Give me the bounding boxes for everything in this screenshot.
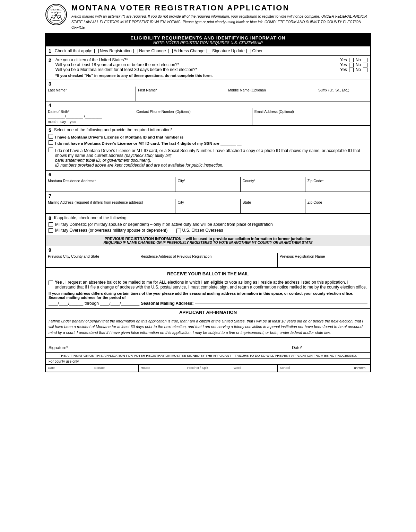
checkbox-s5-opt3[interactable]: [49, 148, 53, 152]
check-other[interactable]: Other: [246, 48, 262, 53]
first-name-cell: First Name*: [136, 87, 226, 101]
residence-value: [48, 184, 173, 188]
q2-text: Will you be at least 18 years of age on …: [55, 62, 179, 67]
prev-address-label: Residence Address of Previous Registrati…: [140, 254, 275, 258]
first-name-label: First Name*: [138, 88, 224, 92]
page-header: GREAT SEAL OF THE STATE OF MONTANA MONTA…: [45, 3, 371, 30]
county-ward-cell: Ward: [231, 365, 278, 372]
checkbox-q2-no[interactable]: [363, 63, 367, 67]
checkbox-q1-yes[interactable]: [349, 58, 354, 62]
last-name-cell: Last Name*: [46, 87, 136, 101]
section3-num: 3: [49, 81, 51, 87]
check-new-registration[interactable]: New Registration: [94, 48, 131, 53]
section9-row: 9 Previous City, County and State Reside…: [46, 246, 370, 268]
label-address-change: Address Change: [174, 48, 205, 53]
ballot-text-row: Yes , I request an absentee ballot to be…: [49, 280, 367, 290]
q3-resident: Will you be a Montana resident for at le…: [55, 67, 367, 72]
mailing-value: [48, 205, 173, 210]
section2-num: 2: [49, 57, 51, 63]
checkbox-s5-opt1[interactable]: [49, 134, 53, 139]
res-city-label: City*: [177, 179, 238, 183]
county-use-row: Date Senate House Precinct / Split Ward …: [46, 364, 370, 372]
checkbox-other[interactable]: [246, 49, 251, 53]
checkbox-s5-opt2[interactable]: [49, 140, 53, 145]
prev-city-cell: Previous City, County and State: [46, 253, 138, 267]
s5-opt2-text: I do not have a Montana Driver's License…: [55, 141, 242, 145]
middle-name-cell: Middle Name (Optional): [226, 87, 316, 101]
s5-opt3-line2: bank statement; tribal ID; or government…: [55, 158, 151, 163]
checkbox-yes-ballot[interactable]: [49, 281, 53, 285]
prev-name-cell: Previous Registration Name: [278, 253, 370, 267]
county-precinct-label: Precinct / Split: [187, 366, 229, 370]
res-county-cell: County*: [241, 177, 305, 192]
ballot-text: Yes , I request an absentee ballot to be…: [55, 280, 367, 290]
mil-domestic: Military Domestic (or military spouse or…: [49, 222, 367, 227]
section3-row: 3 Last Name* First Name* Middle Name (Op…: [46, 80, 370, 101]
q2-yes-label: Yes: [340, 62, 347, 67]
q2-age: Will you be at least 18 years of age on …: [55, 62, 367, 67]
checkbox-q3-no[interactable]: [363, 68, 367, 72]
s5-opt1-text: I have a Montana Driver's License or Mon…: [55, 135, 259, 139]
county-use-label: For county use only: [46, 359, 370, 364]
phone-cell: Contact Phone Number (Optional): [134, 108, 252, 125]
q2-no-label: No: [356, 62, 361, 67]
checkbox-us-citizen[interactable]: [176, 229, 181, 233]
checkbox-q1-no[interactable]: [363, 58, 367, 62]
checkbox-new-reg[interactable]: [94, 49, 99, 53]
q3-yes-label: Yes: [340, 67, 347, 72]
ballot-title: RECEIVE YOUR BALLOT IN THE MAIL: [49, 270, 367, 278]
section8-num: 8: [49, 215, 51, 221]
seasonal-note: If your mailing address differs during c…: [49, 291, 367, 300]
check-name-change[interactable]: Name Change: [133, 48, 166, 53]
res-city-value: [177, 184, 238, 188]
section8-row: 8 If applicable, check one of the follow…: [46, 214, 370, 235]
s5-opt3-text: I do not have a Montana Driver's License…: [55, 148, 367, 168]
checkbox-q3-yes[interactable]: [349, 68, 354, 72]
checkbox-name-change[interactable]: [133, 49, 138, 53]
phone-label: Contact Phone Number (Optional): [136, 109, 250, 114]
checkbox-q2-yes[interactable]: [349, 63, 354, 67]
dob-format-label: month day year: [48, 120, 132, 124]
svg-text:OF THE STATE: OF THE STATE: [51, 12, 61, 14]
prev-name-value: [280, 259, 368, 264]
res-zip-value: [307, 184, 368, 188]
mil-overseas-text: Military Overseas (or overseas military …: [55, 228, 167, 233]
res-city-cell: City*: [175, 177, 240, 192]
label-new-reg: New Registration: [100, 48, 131, 53]
prev-address-value: [140, 259, 275, 264]
check-address-change[interactable]: Address Change: [168, 48, 205, 53]
checkbox-signature[interactable]: [207, 49, 211, 53]
mail-state-label: State: [243, 200, 303, 204]
last-name-value: [48, 93, 133, 98]
signature-row: Signature* Date*: [46, 338, 370, 353]
s5-opt3-line3: ID numbers provided above are kept confi…: [55, 163, 224, 168]
mail-zip-value: [307, 205, 368, 210]
page-title: MONTANA VOTER REGISTRATION APPLICATION: [71, 3, 371, 12]
eligibility-title: ELIGIBILITY REQUIREMENTS AND IDENTIFYING…: [47, 35, 369, 41]
through-label: through: [85, 301, 99, 306]
label-other: Other: [252, 48, 262, 53]
ballot-section: RECEIVE YOUR BALLOT IN THE MAIL Yes , I …: [46, 268, 370, 308]
county-school-label: School: [280, 366, 322, 370]
section2-row: 2 Are you a citizen of the United States…: [46, 56, 370, 80]
checkbox-address-change[interactable]: [168, 49, 173, 53]
checkbox-mil-overseas[interactable]: [49, 228, 53, 233]
q1-yes-label: Yes: [340, 57, 347, 62]
section2-questions: Are you a citizen of the United States?*…: [55, 57, 367, 78]
q3-yesno: Yes No: [340, 67, 367, 72]
main-form: ELIGIBILITY REQUIREMENTS AND IDENTIFYING…: [45, 33, 371, 372]
version-label: 03/2020: [326, 366, 368, 371]
section1-num: 1: [49, 48, 51, 54]
section4-num: 4: [49, 103, 51, 108]
suffix-cell: Suffix (Jr., Sr., Etc.): [316, 87, 370, 101]
mail-zip-cell: Zip Code: [305, 199, 370, 213]
checkbox-mil-domestic[interactable]: [49, 222, 53, 227]
affirmation-notice: THE AFFIRMATION ON THIS APPLICATION FOR …: [46, 353, 370, 359]
dob-value: ________/________ /________: [48, 114, 132, 119]
mail-city-value: [177, 205, 238, 210]
check-signature-update[interactable]: Signature Update: [207, 48, 244, 53]
county-precinct-cell: Precinct / Split: [185, 365, 232, 372]
affirmation-text: I affirm under penalty of perjury that t…: [46, 316, 370, 338]
suffix-value: [318, 93, 368, 98]
date-field: [305, 343, 367, 350]
